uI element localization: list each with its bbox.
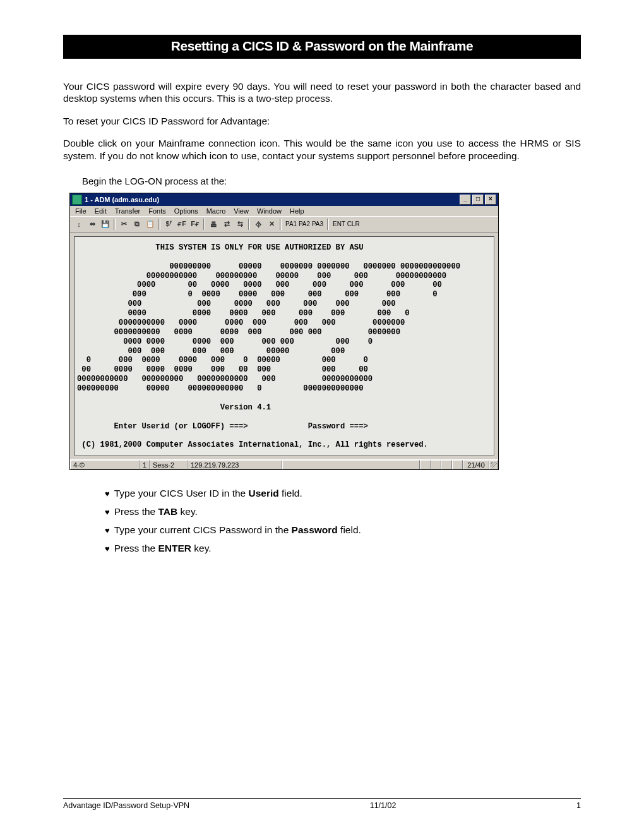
window-titlebar: 1 - ADM (adm.asu.edu) _ □ × [70,193,498,206]
menu-file[interactable]: File [75,207,86,215]
status-sess-label: Sess-2 [150,460,188,469]
instruction-item: Press the ENTER key. [105,543,581,554]
menu-fonts[interactable]: Fonts [148,207,166,215]
toolbar-pa-keys[interactable]: PA1 PA2 PA3 [283,221,325,227]
status-sess-num: 1 [140,460,150,469]
footer-center: 11/1/02 [370,801,397,810]
status-indicator [452,460,463,469]
document-title: Resetting a CICS ID & Password on the Ma… [63,35,581,59]
copy-icon[interactable]: ⧉ [131,218,143,231]
status-left: 4-© [70,460,140,469]
intro-paragraph-3: Double click on your Mainframe connectio… [63,137,581,162]
page-footer: Advantage ID/Password Setup-VPN 11/1/02 … [63,801,581,810]
transfer-icon[interactable]: ⇆ [234,218,246,231]
close-button[interactable]: × [485,195,496,205]
menu-window[interactable]: Window [257,207,282,215]
instruction-list: Type your CICS User ID in the Userid fie… [80,488,581,554]
status-bar: 4-© 1 Sess-2 129.219.79.223 21/40 [70,459,498,469]
status-indicator [420,460,431,469]
help-icon[interactable]: ⯑ [252,218,265,231]
instruction-item: Type your current CICS Password in the P… [105,524,581,536]
window-title: 1 - ADM (adm.asu.edu) [85,196,460,203]
footer-right: 1 [576,801,581,810]
terminal-screen[interactable]: THIS SYSTEM IS ONLY FOR USE AUTHORIZED B… [74,236,494,456]
paste-icon[interactable]: 📋 [144,218,157,231]
menu-bar: File Edit Transfer Fonts Options Macro V… [70,206,498,216]
transfer-icon[interactable]: ⇄ [220,218,233,231]
toolbar-ent-clr[interactable]: ENT CLR [331,221,362,227]
mainframe-window: 1 - ADM (adm.asu.edu) _ □ × File Edit Tr… [69,193,499,470]
print-icon[interactable]: 🖶 [207,218,220,231]
app-icon [72,195,82,205]
minimize-button[interactable]: _ [460,195,471,205]
menu-help[interactable]: Help [290,207,304,215]
menu-macro[interactable]: Macro [206,207,226,215]
maximize-button[interactable]: □ [472,195,484,205]
intro-paragraph-1: Your CICS password will expire every 90 … [63,80,581,105]
footer-rule [63,798,581,799]
toolbar: ↕ ⇔ 💾 ✂ ⧉ 📋 $ᶠ ғF Fғ 🖶 ⇄ ⇆ ⯑ ✕ PA1 PA2 P… [70,216,498,233]
toolbar-icon[interactable]: ⇔ [86,218,98,231]
cancel-icon[interactable]: ✕ [265,218,278,231]
status-indicator [441,460,452,469]
resize-grip-icon[interactable] [489,460,498,469]
menu-view[interactable]: View [234,207,249,215]
instruction-item: Press the TAB key. [105,506,581,517]
instruction-item: Type your CICS User ID in the Userid fie… [105,488,581,499]
status-spacer [282,460,420,469]
font-icon[interactable]: ғF [176,218,188,231]
font-icon[interactable]: $ᶠ [162,218,175,231]
begin-logon-text: Begin the LOG-ON process at the: [82,176,581,186]
font-icon[interactable]: Fғ [189,218,201,231]
save-icon[interactable]: 💾 [99,218,112,231]
footer-left: Advantage ID/Password Setup-VPN [63,801,189,810]
status-cursor-pos: 21/40 [463,460,489,469]
toolbar-icon[interactable]: ↕ [73,218,85,231]
cut-icon[interactable]: ✂ [117,218,130,231]
menu-transfer[interactable]: Transfer [115,207,141,215]
menu-options[interactable]: Options [174,207,198,215]
intro-paragraph-2: To reset your CICS ID Password for Advan… [63,115,581,127]
status-ip: 129.219.79.223 [188,460,282,469]
status-indicator [431,460,441,469]
menu-edit[interactable]: Edit [95,207,107,215]
